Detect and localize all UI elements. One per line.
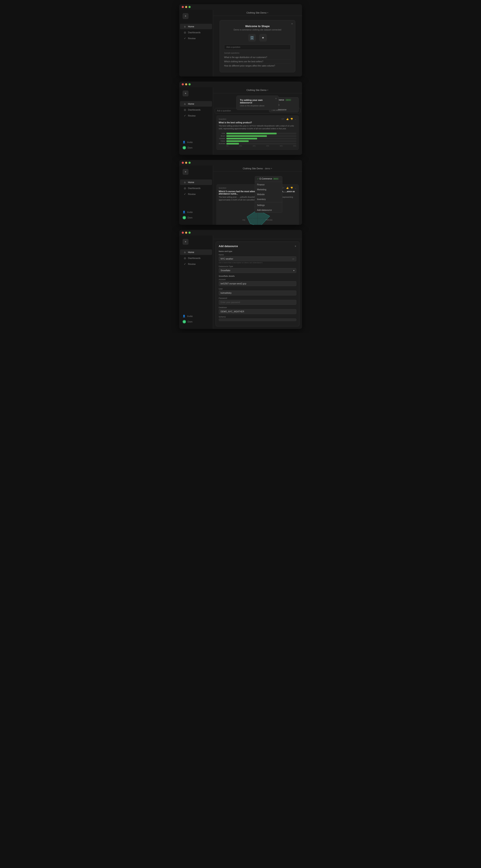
ds-dropdown: ✓ E-Commerce demo Finance Marketing Webs… [255,176,282,213]
ds-inventory[interactable]: Inventory [255,197,282,202]
ds-finance[interactable]: Finance [255,182,282,187]
nav-review[interactable]: ✓ Review [180,36,212,41]
form-label-account: Account [219,278,296,281]
ds-ecommerce-label: E-Commerce [260,178,272,180]
sample-q-3[interactable]: How do different price ranges affect the… [224,64,291,68]
nav-dashboards-3[interactable]: ◎ Dashboards [180,185,212,191]
nav-dashboards-4[interactable]: ◎ Dashboards [180,255,212,261]
dot-red-4[interactable] [182,231,184,234]
nav-dashboards[interactable]: ◎ Dashboards [180,30,212,35]
question-panel-2: Question </> 👍 👎 ⌄ What is the best sell… [217,116,299,150]
nav-home[interactable]: ⌂ Home [180,24,212,29]
ds-settings-label: Settings [257,204,265,207]
sample-q-1[interactable]: What is the age distribution of our cust… [224,55,291,60]
nav-home-4[interactable]: ⌂ Home [180,249,212,255]
ds-add-label: Add datasource [257,209,272,211]
dot-yellow-4[interactable] [185,231,187,234]
dot-green-3[interactable] [189,162,191,164]
invite-item-2[interactable]: 👤 Invite [179,140,213,145]
q-title-2: What is the best selling product? [219,121,296,124]
dot-red-3[interactable] [182,162,184,164]
dot-green[interactable] [189,6,191,8]
invite-label-2: Invite [187,141,193,144]
sample-q-2[interactable]: Which clothing items are the best-seller… [224,60,291,64]
dot-red[interactable] [182,6,184,8]
tooltip-close[interactable]: × [275,97,277,100]
home-icon: ⌂ [184,25,186,28]
nav-review-label-3: Review [188,193,196,195]
close-button[interactable]: × [291,22,293,25]
main-content-3: Clothing Site Demo - demo ▾ ✓ E-Commerce… [213,165,302,225]
bar-row-australia: Australia [219,143,296,145]
dot-yellow[interactable] [185,6,187,8]
bar-label-canada: Canada [219,137,225,140]
ds-settings[interactable]: Settings [255,203,282,208]
nav-review-4[interactable]: ✓ Review [180,261,212,267]
ask-placeholder-2: Ask a question [217,110,231,112]
bar-fill-china [226,140,249,142]
nav-home-label-2: Home [188,102,194,105]
dot-red-2[interactable] [182,83,184,85]
modal-title-text: Add datasource [219,245,238,248]
app-logo-3: ✦ [183,169,189,175]
main-content-2: Clothing Site Demo ▾ × Try adding your o… [213,87,302,155]
invite-item-3[interactable]: 👤 Invite [179,209,213,215]
modal-close[interactable]: × [295,245,296,248]
window-1: ✦ ⌂ Home ◎ Dashboards ✓ Review Clothing … [179,4,302,76]
form-section-name: Name and type Name NYC weather 40 Use a … [219,250,296,273]
password-input[interactable]: Enter your password [219,300,296,305]
database-input[interactable]: DEMO_NYC_WEATHER [219,309,296,314]
home-icon-2: ⌂ [184,102,186,105]
nav-home-2[interactable]: ⌂ Home [180,101,212,106]
name-input[interactable]: NYC weather 40 [219,256,296,261]
dot-yellow-3[interactable] [185,162,187,164]
ds-add[interactable]: Add datasource [255,208,282,213]
dom-item-4[interactable]: D Dom [179,319,213,324]
dom-item-2[interactable]: D Dom [179,145,213,151]
avatar-dom-3: D [183,216,186,219]
bar-fill-canada [226,138,257,140]
dot-green-4[interactable] [189,231,191,234]
ask-input[interactable]: Ask a question [224,44,291,50]
q-label-3: Question [219,187,226,189]
database-icon: 🗄️ [248,34,256,41]
sidebar-2: ✦ ⌂ Home ◎ Dashboards ✓ Review 👤 Invite [179,87,213,155]
dom-item-3[interactable]: D Dom [179,215,213,221]
type-select[interactable]: Snowflake ▾ [219,268,296,273]
ds-finance-label: Finance [257,184,265,186]
axis-20: 20% [253,145,256,147]
nav-review-3[interactable]: ✓ Review [180,191,212,197]
thumbsdown-icon-3[interactable]: 👎 [290,187,293,189]
code-icon[interactable]: </> [281,118,284,120]
nav-dashboards-2[interactable]: ◎ Dashboards [180,107,212,113]
avatar-dom-4: D [183,320,186,323]
expand-icon[interactable]: ⌄ [295,118,296,120]
invite-icon-4: 👤 [183,315,186,317]
ds-marketing[interactable]: Marketing [255,187,282,192]
bar-row-usa: USA [219,132,296,134]
nav-dashboards-label-4: Dashboards [188,257,200,259]
ds-divider-2 [255,202,282,203]
bar-track-canada [226,138,296,140]
thumbsdown-icon[interactable]: 👎 [290,118,293,120]
ds-ecommerce[interactable]: ✓ E-Commerce demo [255,176,282,181]
account-input[interactable]: be52567.europe-west2.gcp [219,281,296,286]
thumbsup-icon[interactable]: 👍 [286,118,289,120]
nav-review-label-4: Review [188,263,196,265]
bar-axis: 0% 10% 20% 30% 40% 50% [219,145,296,147]
axis-10: 10% [239,145,242,147]
nav-home-3[interactable]: ⌂ Home [180,180,212,185]
user-input[interactable]: kulmatitskiy [219,290,296,296]
dot-green-2[interactable] [189,83,191,85]
expand-icon-3[interactable]: ⌄ [295,187,296,189]
thumbsup-icon-3[interactable]: 👍 [286,187,289,189]
ds-website[interactable]: Website [255,192,282,197]
invite-item-4[interactable]: 👤 Invite [179,313,213,319]
nav-review-2[interactable]: ✓ Review [180,113,212,119]
review-icon-4: ✓ [184,262,186,266]
q-actions-3: </> 👍 👎 ⌄ [281,187,296,189]
dot-yellow-2[interactable] [185,83,187,85]
schema-input[interactable] [219,318,296,321]
name-hint: Use a name that is descriptive so others… [219,262,296,264]
sidebar-bottom-3: 👤 Invite D Dom [179,208,213,222]
